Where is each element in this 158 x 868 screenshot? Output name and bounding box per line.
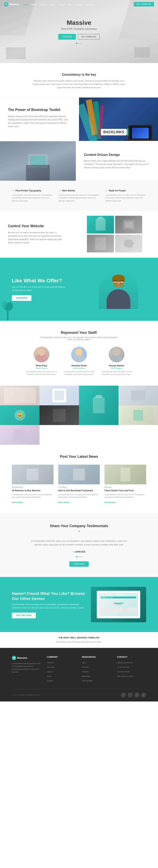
feature-2-body: Ut perspiciatis omnis iste natus error s… <box>59 194 100 202</box>
buy-template-button[interactable]: BUY TEMPLATE <box>134 2 154 6</box>
footer-link-press[interactable]: Press <box>47 675 52 677</box>
footer-phone[interactable]: +1 234 567 890 <box>117 666 130 668</box>
news-title-1: 10 Reasons to Buy Massive <box>12 489 54 492</box>
hero-book <box>6 47 26 59</box>
offer-person-image <box>91 270 146 309</box>
ctrl-img-1 <box>87 216 114 234</box>
news-excerpt-2: Ut perspiciatis omnis iste natus error s… <box>58 493 100 499</box>
navigation: M Massive Home About Services Pages Port… <box>0 0 158 8</box>
staff-card-3: George Nelson UI/UX Designer Ut perspici… <box>101 347 132 376</box>
staff-card-2: Amanda Smith Lead Developer Ut perspicia… <box>63 347 95 376</box>
portfolio-grid: 🐱 <box>0 385 158 445</box>
nav-elements[interactable]: Elements <box>86 4 94 6</box>
footer-social: f t in g+ <box>121 692 146 698</box>
read-more-2[interactable]: READ MORE › <box>58 501 70 503</box>
staff-grid: Brian King Head Designer Ut perspiciatis… <box>12 347 146 376</box>
footer-link-tutorials[interactable]: Tutorials <box>82 671 89 673</box>
nav-company[interactable]: Company <box>75 4 83 6</box>
staff-subtitle: Ut perspiciatis omnis iste natus error s… <box>40 336 119 341</box>
portfolio-item-2[interactable] <box>40 385 79 405</box>
subscribe-button[interactable]: SUBSCRIBE <box>12 295 31 301</box>
read-more-3[interactable]: READ MORE › <box>104 501 116 503</box>
offer-heading: Like What We Offer? <box>12 278 91 284</box>
dot-2[interactable] <box>78 43 80 44</box>
footer-company-heading: Company <box>47 656 76 658</box>
staff-avatar-1 <box>33 347 49 362</box>
portfolio-item-3[interactable] <box>79 385 119 425</box>
testimonial-dot-1[interactable] <box>76 556 77 557</box>
control-image-grid <box>87 216 142 252</box>
logo-icon: M <box>4 2 8 6</box>
nav-pages[interactable]: Pages <box>50 4 55 6</box>
bootstrap-image: BACKLINKS 🔗 <box>79 97 158 141</box>
testimonial-dot-3[interactable] <box>81 556 82 557</box>
nav-blog[interactable]: Blog <box>68 4 72 6</box>
news-title-2: How to Use Bootstrap Framework <box>58 489 100 492</box>
staff-desc-3: Ut perspiciatis omnis iste natus error s… <box>101 370 132 376</box>
dot-1[interactable] <box>76 43 77 44</box>
testimonial-dots <box>16 556 142 557</box>
footer-email[interactable]: hello@massive.com <box>117 662 133 664</box>
portfolio-item-8[interactable] <box>0 425 40 445</box>
footer-link-blog[interactable]: Blog <box>82 662 85 664</box>
promo-line2: We #Power some Amazing news right to you… <box>16 641 142 644</box>
feature-3-icon: ✓ <box>105 189 108 192</box>
testimonials-subscribe-button[interactable]: SUBSCRIBE <box>69 561 89 567</box>
testimonial-dot-2[interactable] <box>78 556 80 557</box>
staff-section: Represent Your Staff! Ut perspiciatis om… <box>0 321 158 385</box>
twitter-icon[interactable]: t <box>128 692 133 698</box>
feature-1-icon: ✓ <box>12 189 14 192</box>
portfolio-item-1[interactable] <box>0 385 40 405</box>
features-button[interactable]: FEATURES <box>58 34 76 40</box>
explore-demo-button[interactable]: EXPLORE DEMO <box>12 613 36 618</box>
cta-heading: Haven't Found What You Like? Browse Our … <box>12 591 85 601</box>
googleplus-icon[interactable]: g+ <box>141 692 146 698</box>
buy-hero-button[interactable]: BUY TEMPLATE <box>78 34 100 40</box>
news-category-2: TUTORIAL <box>58 486 100 488</box>
testimonials-heading: Share Your Company Testimonials <box>16 524 142 528</box>
footer-link-themes[interactable]: Themes <box>82 666 88 668</box>
portfolio-item-7[interactable] <box>119 405 158 425</box>
nav-portfolio[interactable]: Portfolio <box>58 4 65 6</box>
footer-link-contact[interactable]: Contact <box>47 680 53 682</box>
content-driven-image <box>0 141 76 181</box>
staff-name-2: Amanda Smith <box>63 364 95 367</box>
portfolio-item-6[interactable] <box>40 405 79 425</box>
feature-2: ✓ Nitro Builder Ut perspiciatis omnis is… <box>59 189 100 202</box>
logo[interactable]: M Massive <box>4 2 19 6</box>
footer-col-resources: Resources Blog Themes Tutorials Newslett… <box>82 656 111 683</box>
news-excerpt-1: Ut perspiciatis omnis iste natus error s… <box>12 493 54 499</box>
nav-about[interactable]: About <box>31 4 36 6</box>
consistency-heading: Consistency is the key <box>16 73 142 76</box>
footer-link-about[interactable]: About Us <box>47 662 54 664</box>
dot-3[interactable] <box>81 43 82 44</box>
footer-link-careers[interactable]: Careers <box>47 671 53 673</box>
facebook-icon[interactable]: f <box>121 692 126 698</box>
read-more-1[interactable]: READ MORE › <box>12 501 24 503</box>
offer-section: Like What We Offer? Sign up! We offer yo… <box>0 258 158 321</box>
features-section: ✓ Pixel Perfect Typography Ut perspiciat… <box>0 181 158 210</box>
linkedin-icon[interactable]: in <box>134 692 139 698</box>
cta-screen-inner <box>99 593 138 616</box>
footer-col-contact: Contact hello@massive.com +1 234 567 890… <box>117 656 146 683</box>
staff-title-1: Head Designer <box>26 367 57 369</box>
nav-home[interactable]: Home <box>23 4 29 6</box>
hero-title: Massive <box>58 19 100 26</box>
nav-services[interactable]: Services <box>39 4 47 6</box>
feature-3-body: Ut perspiciatis omnis iste natus error s… <box>105 194 146 202</box>
footer-copyright: © 2024 Massive. All rights reserved. <box>12 694 40 696</box>
ctrl-img-2 <box>115 216 142 234</box>
footer-link-newsletter[interactable]: Newsletter <box>82 675 90 677</box>
portfolio-item-5[interactable]: 🐱 <box>0 405 40 425</box>
control-heading: Control Your Website <box>8 224 63 228</box>
footer-col-about: M Massive Ut perspiciatis omnis iste nat… <box>12 656 41 683</box>
portfolio-item-4[interactable] <box>119 385 158 405</box>
footer-bottom: © 2024 Massive. All rights reserved. f t… <box>12 689 146 698</box>
footer-city: New York, NY 10001 <box>117 675 133 677</box>
feature-3: ✓ Made for People Ut perspiciatis omnis … <box>105 189 146 202</box>
quote-icon: " <box>16 530 142 536</box>
news-excerpt-3: Ut perspiciatis omnis iste natus error s… <box>104 493 146 499</box>
footer-link-case-studies[interactable]: Case Studies <box>82 680 93 682</box>
footer-link-team[interactable]: Our Team <box>47 666 55 668</box>
news-section: Post Your Latest News RESOURCES 10 Reaso… <box>0 445 158 514</box>
